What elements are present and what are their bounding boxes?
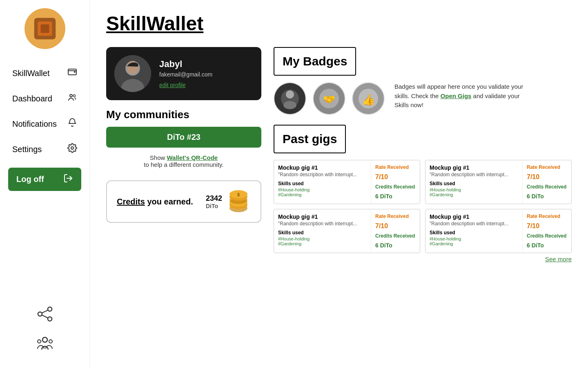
gig-card-3: Mockup gig #1 "Random description with i…: [425, 209, 572, 253]
skillwallet-label: SkillWallet: [12, 69, 67, 78]
svg-point-5: [70, 94, 72, 97]
sidebar-item-skillwallet[interactable]: SkillWallet: [4, 61, 85, 85]
right-panel: My Badges: [274, 47, 572, 356]
gig-credits-value-1: 6 DiTo: [527, 193, 544, 200]
svg-text:🤝: 🤝: [323, 93, 335, 105]
gig-rate-label-2: Rate Received: [375, 213, 409, 219]
share-icon[interactable]: [37, 306, 53, 326]
gig-rate-value-0: 7/10: [375, 173, 388, 181]
gig-desc-3: "Random description with interrupt...: [430, 221, 518, 227]
gig-rate-value-1: 7/10: [527, 173, 539, 181]
gig-skills-tags-3: #House-holding#Gardening: [430, 236, 518, 246]
sidebar-item-notifications[interactable]: Notifications: [4, 112, 85, 136]
gig-stats-1: Rate Received 7/10 Credits Received 6 Di…: [522, 160, 571, 204]
skillwallet-icon: [67, 67, 77, 79]
gig-desc-0: "Random description with interrupt...: [278, 172, 367, 177]
svg-line-12: [42, 310, 48, 313]
settings-icon: [67, 143, 77, 155]
svg-point-6: [74, 95, 76, 97]
open-gigs-link[interactable]: Open Gigs: [441, 92, 472, 99]
dashboard-label: Dashboard: [12, 94, 67, 103]
credits-label: Credits you earned.: [117, 197, 193, 206]
sidebar: SkillWallet Dashboard Notifications Sett…: [0, 0, 90, 368]
gig-rate-value-2: 7/10: [375, 222, 388, 230]
sidebar-bottom: [36, 306, 54, 368]
gig-title-2: Mockup gig #1: [278, 213, 367, 220]
badge-1: [274, 82, 306, 115]
sidebar-item-dashboard[interactable]: Dashboard: [4, 87, 85, 110]
log-off-button[interactable]: Log off: [8, 168, 81, 191]
gig-credits-label-1: Credits Received: [527, 184, 566, 190]
gig-stats-2: Rate Received 7/10 Credits Received 6 Di…: [371, 209, 420, 253]
svg-point-31: [286, 90, 294, 99]
wallet-qr-code-link[interactable]: Wallet's QR-Code: [167, 154, 218, 161]
communities-title: My communities: [106, 108, 261, 121]
gig-stats-0: Rate Received 7/10 Credits Received 6 Di…: [371, 160, 420, 204]
svg-point-32: [283, 101, 296, 109]
badges-icons: 🤝 👍: [274, 82, 385, 115]
gig-skills-tags-2: #House-holding#Gardening: [278, 236, 367, 246]
edit-profile-link[interactable]: edit profile: [159, 82, 253, 88]
gig-credits-label-2: Credits Received: [375, 233, 415, 239]
past-gigs-section: Past gigs Mockup gig #1 "Random descript…: [274, 125, 572, 263]
svg-point-14: [42, 337, 47, 342]
badges-title: My Badges: [283, 54, 347, 68]
gig-credits-label-3: Credits Received: [527, 233, 566, 239]
badges-section: My Badges: [274, 47, 572, 115]
gig-desc-1: "Random description with interrupt...: [430, 172, 518, 177]
qr-text-after: to help a different community.: [144, 161, 223, 168]
svg-point-10: [38, 312, 42, 316]
avatar: [114, 55, 151, 92]
svg-point-15: [38, 340, 41, 343]
gig-title-0: Mockup gig #1: [278, 164, 367, 171]
qr-text: Show Wallet's QR-Code to help a differen…: [106, 154, 261, 168]
coin-icon: $: [226, 189, 251, 214]
gigs-grid: Mockup gig #1 "Random description with i…: [274, 160, 572, 253]
profile-card: Jabyl fakemail@gmail.com edit profile: [106, 47, 261, 100]
app-logo: [24, 8, 65, 49]
main-content: SkillWallet Jabyl: [90, 0, 588, 368]
badge-2: 🤝: [313, 82, 345, 115]
badge-3: 👍: [352, 82, 385, 115]
gig-credits-value-2: 6 DiTo: [375, 242, 392, 249]
gig-rate-value-3: 7/10: [527, 222, 539, 230]
left-panel: Jabyl fakemail@gmail.com edit profile My…: [106, 47, 261, 356]
profile-email: fakemail@gmail.com: [159, 71, 253, 78]
gig-skills-label-0: Skills used: [278, 181, 367, 186]
gig-card-2: Mockup gig #1 "Random description with i…: [274, 209, 420, 253]
qr-text-before: Show: [150, 154, 165, 161]
sidebar-item-settings[interactable]: Settings: [4, 137, 85, 161]
gig-rate-label-0: Rate Received: [375, 164, 409, 170]
svg-rect-2: [40, 25, 49, 33]
past-gigs-title: Past gigs: [283, 132, 337, 146]
community-icon[interactable]: [36, 334, 54, 356]
gig-info-2: Mockup gig #1 "Random description with i…: [274, 209, 371, 253]
svg-point-7: [71, 147, 74, 149]
gig-skills-tags-1: #House-holding#Gardening: [430, 187, 518, 197]
notifications-label: Notifications: [12, 119, 67, 129]
dashboard-icon: [67, 92, 77, 105]
credits-unit: DiTo: [206, 203, 222, 209]
svg-point-11: [48, 317, 52, 321]
notifications-icon: [67, 118, 77, 130]
gig-info-0: Mockup gig #1 "Random description with i…: [274, 160, 371, 204]
profile-name: Jabyl: [159, 59, 253, 70]
badges-header: My Badges: [274, 47, 572, 76]
gig-title-3: Mockup gig #1: [430, 213, 518, 220]
gig-info-1: Mockup gig #1 "Random description with i…: [425, 160, 522, 204]
community-badge[interactable]: DiTo #23: [106, 127, 261, 148]
gig-info-3: Mockup gig #1 "Random description with i…: [425, 209, 522, 253]
communities-section: My communities DiTo #23 Show Wallet's QR…: [106, 108, 261, 168]
gig-card-1: Mockup gig #1 "Random description with i…: [425, 160, 572, 204]
svg-point-9: [48, 307, 52, 311]
credits-amount: 2342: [206, 194, 222, 203]
gig-desc-2: "Random description with interrupt...: [278, 221, 367, 227]
credits-label-suffix: you earned.: [145, 197, 193, 206]
see-more-link[interactable]: See more: [274, 256, 572, 263]
settings-label: Settings: [12, 145, 67, 154]
gig-skills-label-3: Skills used: [430, 230, 518, 236]
log-off-label: Log off: [16, 175, 44, 184]
content-row: Jabyl fakemail@gmail.com edit profile My…: [106, 47, 572, 356]
past-gigs-header: Past gigs: [274, 125, 572, 153]
credits-amount-block: 2342 DiTo: [206, 194, 222, 209]
